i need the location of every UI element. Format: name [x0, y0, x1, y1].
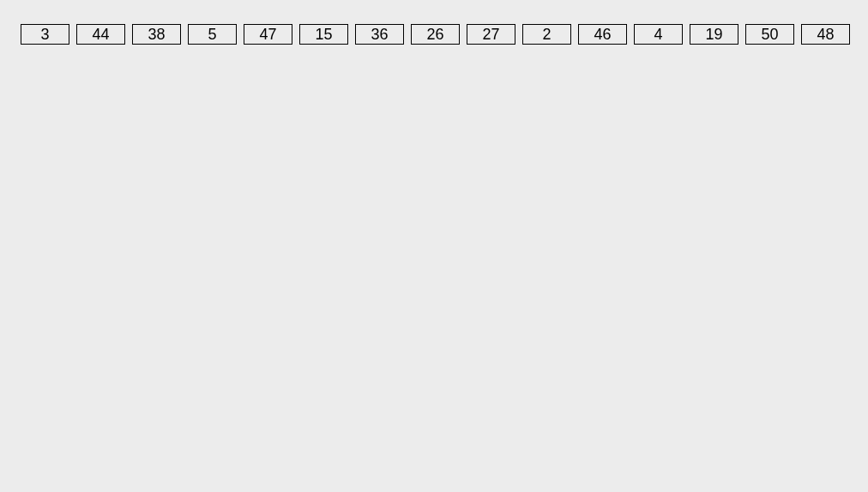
number-cell[interactable]: 46: [578, 24, 627, 45]
number-value: 50: [761, 27, 778, 42]
number-cell[interactable]: 19: [690, 24, 738, 45]
number-value: 5: [208, 27, 216, 42]
number-value: 4: [654, 27, 662, 42]
number-value: 19: [705, 27, 722, 42]
number-cell[interactable]: 15: [299, 24, 348, 45]
number-value: 44: [92, 27, 109, 42]
number-value: 27: [482, 27, 499, 42]
number-value: 36: [371, 27, 388, 42]
number-cell[interactable]: 26: [411, 24, 460, 45]
number-cell[interactable]: 44: [76, 24, 125, 45]
number-value: 26: [426, 27, 443, 42]
number-value: 47: [259, 27, 276, 42]
number-cell[interactable]: 47: [244, 24, 292, 45]
number-cell[interactable]: 5: [188, 24, 237, 45]
number-cell[interactable]: 3: [21, 24, 69, 45]
number-cell[interactable]: 36: [355, 24, 404, 45]
number-cell[interactable]: 50: [745, 24, 794, 45]
number-row: 3 44 38 5 47 15 36 26 27 2 46 4 19 50 48: [0, 0, 868, 45]
number-cell[interactable]: 48: [801, 24, 850, 45]
number-value: 38: [148, 27, 165, 42]
number-value: 48: [817, 27, 834, 42]
number-value: 15: [315, 27, 332, 42]
number-value: 2: [542, 27, 551, 42]
number-cell[interactable]: 2: [522, 24, 571, 45]
number-value: 46: [594, 27, 611, 42]
number-value: 3: [40, 27, 49, 42]
number-cell[interactable]: 38: [132, 24, 181, 45]
number-cell[interactable]: 4: [634, 24, 683, 45]
number-cell[interactable]: 27: [467, 24, 515, 45]
